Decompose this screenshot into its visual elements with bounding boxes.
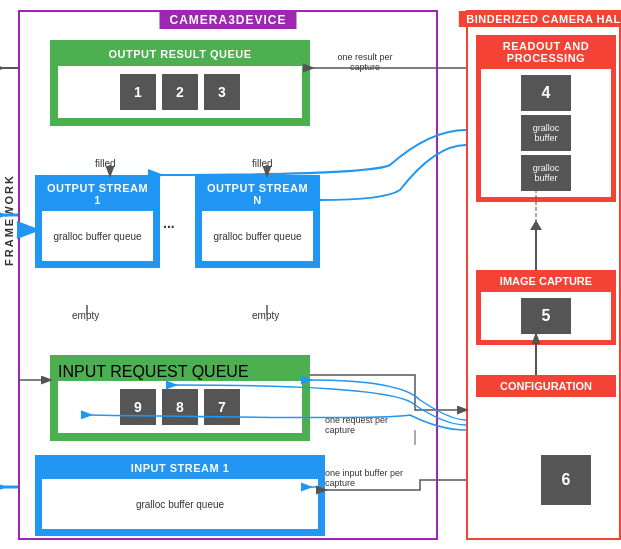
output-stream-n: OUTPUT STREAM N gralloc buffer queue: [195, 175, 320, 268]
input-stream-1-content: gralloc buffer queue: [42, 479, 318, 529]
queue-item-2: 2: [162, 74, 198, 110]
gralloc-1: gralloc buffer: [521, 115, 571, 151]
diagram: FRAMEWORK CAMERA3DEVICE BINDERIZED CAMER…: [0, 0, 621, 549]
output-stream-n-content: gralloc buffer queue: [202, 211, 313, 261]
box-6: 6: [541, 455, 591, 505]
readout-processing-box: READOUT AND PROCESSING 4 gralloc buffer …: [476, 35, 616, 202]
label-filled-2: filled: [252, 158, 273, 169]
image-capture-box: IMAGE CAPTURE 5: [476, 270, 616, 345]
stream-dots: ...: [163, 215, 175, 231]
output-result-queue-title: OUTPUT RESULT QUEUE: [58, 48, 302, 60]
output-stream-n-title: OUTPUT STREAM N: [202, 182, 313, 206]
binder-title: BINDERIZED CAMERA HAL: [458, 11, 621, 27]
queue-item-1: 1: [120, 74, 156, 110]
output-result-queue: OUTPUT RESULT QUEUE 1 2 3: [50, 40, 310, 126]
label-one-result: one result per capture: [325, 52, 405, 72]
image-capture-num: 5: [521, 298, 571, 334]
label-one-request: one request per capture: [325, 415, 415, 435]
input-request-queue-title: INPUT REQUEST QUEUE: [58, 363, 302, 381]
label-filled-1: filled: [95, 158, 116, 169]
image-capture-title: IMAGE CAPTURE: [481, 275, 611, 287]
output-result-queue-items: 1 2 3: [58, 66, 302, 118]
output-stream-n-text: gralloc buffer queue: [213, 231, 301, 242]
image-capture-content: 5: [481, 292, 611, 340]
output-stream-1: OUTPUT STREAM 1 gralloc buffer queue: [35, 175, 160, 268]
label-empty-2: empty: [252, 310, 279, 321]
configuration-box: CONFIGURATION: [476, 375, 616, 397]
configuration-title: CONFIGURATION: [481, 380, 611, 392]
queue-item-7: 7: [204, 389, 240, 425]
readout-content: 4 gralloc buffer gralloc buffer: [481, 69, 611, 197]
queue-item-9: 9: [120, 389, 156, 425]
gralloc-2: gralloc buffer: [521, 155, 571, 191]
input-stream-1-text: gralloc buffer queue: [136, 499, 224, 510]
queue-item-8: 8: [162, 389, 198, 425]
camera3device-title: CAMERA3DEVICE: [159, 11, 296, 29]
input-stream-1: INPUT STREAM 1 gralloc buffer queue: [35, 455, 325, 536]
queue-item-3: 3: [204, 74, 240, 110]
output-stream-1-content: gralloc buffer queue: [42, 211, 153, 261]
output-stream-1-title: OUTPUT STREAM 1: [42, 182, 153, 206]
output-stream-1-text: gralloc buffer queue: [53, 231, 141, 242]
label-one-input: one input buffer per capture: [325, 468, 415, 488]
label-empty-1: empty: [72, 310, 99, 321]
readout-num: 4: [521, 75, 571, 111]
framework-label: FRAMEWORK: [0, 120, 18, 320]
readout-processing-title: READOUT AND PROCESSING: [481, 40, 611, 64]
input-request-queue-items: 9 8 7: [58, 381, 302, 433]
input-stream-1-title: INPUT STREAM 1: [42, 462, 318, 474]
input-request-queue: INPUT REQUEST QUEUE 9 8 7: [50, 355, 310, 441]
